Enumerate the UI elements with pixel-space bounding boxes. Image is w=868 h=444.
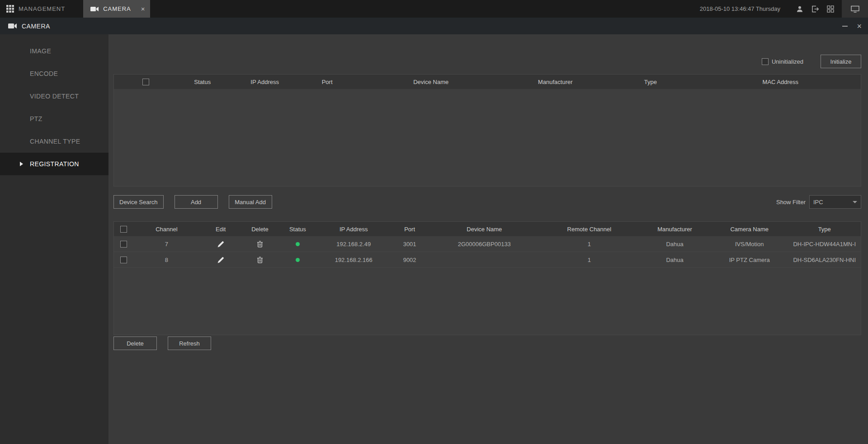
cell-channel: 7: [133, 241, 200, 248]
manual-add-button[interactable]: Manual Add: [229, 195, 272, 209]
cell-remote-channel: 1: [540, 257, 639, 263]
col-ip-address: IP Address: [227, 79, 302, 85]
apps-grid-icon: [6, 5, 14, 13]
col-status: Status: [278, 226, 317, 233]
col-camera-name: Camera Name: [711, 226, 788, 233]
tab-close-icon[interactable]: ×: [141, 5, 146, 12]
uninitialized-checkbox[interactable]: [762, 58, 769, 65]
added-table-header: Channel Edit Delete Status IP Address Po…: [114, 222, 861, 236]
discovered-table-header: Status IP Address Port Device Name Manuf…: [114, 75, 861, 89]
show-filter-dropdown[interactable]: IPC: [809, 195, 861, 209]
close-icon[interactable]: ×: [857, 22, 862, 30]
status-online-dot: [296, 242, 300, 246]
datetime: 2018-05-10 13:46:47 Thursday: [700, 5, 780, 12]
sidebar: IMAGE ENCODE VIDEO DETECT PTZ CHANNEL TY…: [0, 34, 108, 444]
tab-camera[interactable]: CAMERA ×: [83, 0, 150, 18]
footer-actions: Delete Refresh: [113, 337, 211, 350]
minimize-icon[interactable]: [842, 26, 848, 27]
cell-port: 3001: [390, 241, 429, 248]
taskbar-right: 2018-05-10 13:46:47 Thursday: [700, 0, 868, 18]
row-checkbox[interactable]: [120, 241, 127, 248]
sidebar-item-registration[interactable]: REGISTRATION: [0, 153, 108, 175]
window-title: CAMERA: [22, 23, 50, 30]
col-edit: Edit: [200, 226, 242, 233]
cell-manufacturer: Dahua: [639, 241, 711, 248]
col-delete: Delete: [241, 226, 278, 233]
cell-device-name: 2G00006GBP00133: [429, 241, 539, 248]
select-all-checkbox[interactable]: [142, 79, 149, 85]
sidebar-item-label: ENCODE: [30, 70, 58, 77]
chevron-right-icon: [20, 162, 23, 166]
layout-grid-icon[interactable]: [823, 0, 838, 18]
col-type: Type: [601, 79, 700, 85]
initialize-button[interactable]: Initialize: [821, 55, 861, 68]
sidebar-item-channel-type[interactable]: CHANNEL TYPE: [0, 130, 108, 153]
add-button[interactable]: Add: [175, 195, 218, 209]
actions-row: Device Search Add Manual Add Show Filter…: [113, 195, 861, 209]
cell-camera-name: IVS/Motion: [711, 241, 788, 248]
sidebar-item-label: CHANNEL TYPE: [30, 138, 80, 145]
chevron-down-icon: [853, 201, 857, 203]
tab-management-label: MANAGEMENT: [19, 5, 65, 12]
edit-icon[interactable]: [216, 255, 226, 265]
window-titlebar: CAMERA ×: [0, 18, 868, 34]
sidebar-item-image[interactable]: IMAGE: [0, 40, 108, 62]
taskbar: MANAGEMENT CAMERA × 2018-05-10 13:46:47 …: [0, 0, 868, 18]
cell-channel: 8: [133, 257, 200, 263]
sidebar-item-label: VIDEO DETECT: [30, 93, 79, 100]
col-device-name: Device Name: [352, 79, 510, 85]
table-row: 8 192.168.2.166 9002 1: [114, 252, 861, 268]
display-icon[interactable]: [842, 0, 868, 18]
cell-remote-channel: 1: [540, 241, 639, 248]
user-icon[interactable]: [792, 0, 807, 18]
table-row: 7 192.168.2.49 3001 2G00006GBP00133: [114, 236, 861, 252]
col-ip-address: IP Address: [317, 226, 390, 233]
discovered-table-body: [114, 89, 861, 186]
refresh-button[interactable]: Refresh: [168, 337, 211, 350]
sidebar-item-label: IMAGE: [30, 47, 51, 55]
tab-camera-label: CAMERA: [103, 5, 131, 12]
sidebar-item-label: PTZ: [30, 115, 42, 122]
cell-ip-address: 192.168.2.166: [317, 257, 390, 263]
delete-icon[interactable]: [255, 239, 265, 249]
delete-button[interactable]: Delete: [113, 337, 157, 350]
sidebar-item-encode[interactable]: ENCODE: [0, 62, 108, 85]
col-status: Status: [177, 79, 227, 85]
col-manufacturer: Manufacturer: [639, 226, 711, 233]
row-checkbox[interactable]: [120, 257, 127, 263]
col-port: Port: [390, 226, 429, 233]
added-devices-table: Channel Edit Delete Status IP Address Po…: [113, 221, 861, 335]
show-filter-value: IPC: [813, 199, 823, 206]
show-filter-group: Show Filter IPC: [776, 195, 861, 209]
cell-type: DH-SD6ALA230FN-HNI: [788, 257, 861, 263]
camera-icon: [90, 6, 99, 12]
cell-port: 9002: [390, 257, 429, 263]
logout-icon[interactable]: [807, 0, 823, 18]
tab-management[interactable]: MANAGEMENT: [0, 0, 72, 18]
sidebar-item-ptz[interactable]: PTZ: [0, 107, 108, 130]
discovered-devices-table: Status IP Address Port Device Name Manuf…: [113, 74, 861, 187]
col-mac-address: MAC Address: [700, 79, 861, 85]
cell-type: DH-IPC-HDW44A1MN-I: [788, 241, 861, 248]
col-port: Port: [302, 79, 352, 85]
col-device-name: Device Name: [429, 226, 539, 233]
cell-ip-address: 192.168.2.49: [317, 241, 390, 248]
show-filter-label: Show Filter: [776, 199, 806, 206]
edit-icon[interactable]: [216, 239, 226, 249]
delete-icon[interactable]: [255, 255, 265, 265]
select-all-checkbox[interactable]: [120, 226, 127, 233]
main-content: Uninitialized Initialize Status IP Addre…: [108, 34, 868, 444]
col-remote-channel: Remote Channel: [540, 226, 639, 233]
initialize-row: Uninitialized Initialize: [762, 55, 861, 68]
col-channel: Channel: [133, 226, 200, 233]
device-search-button[interactable]: Device Search: [113, 195, 164, 209]
status-online-dot: [296, 258, 300, 262]
cell-camera-name: IP PTZ Camera: [711, 257, 788, 263]
col-manufacturer: Manufacturer: [510, 79, 601, 85]
sidebar-item-video-detect[interactable]: VIDEO DETECT: [0, 85, 108, 107]
col-type: Type: [788, 226, 861, 233]
uninitialized-label: Uninitialized: [772, 58, 803, 65]
sidebar-item-label: REGISTRATION: [30, 160, 79, 168]
cell-manufacturer: Dahua: [639, 257, 711, 263]
camera-icon: [8, 23, 17, 29]
